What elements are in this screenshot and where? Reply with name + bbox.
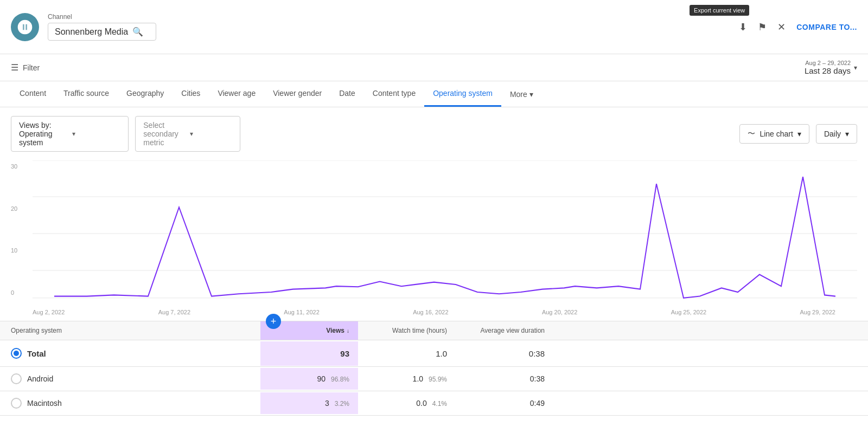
y-label-30: 30 [11,163,33,170]
flag-icon: ⚑ [758,22,767,33]
td-watch-time-android: 1.0 95.9% [358,368,456,390]
channel-logo [11,13,39,41]
date-range-sub: Aug 2 – 29, 2022 [805,60,851,66]
line-chart-icon: 〜 [748,129,755,139]
td-views-android-pct: 96.8% [331,376,349,383]
close-button[interactable]: ✕ [775,19,788,35]
table-row-total: Total 93 1.0 0:38 [0,340,868,367]
td-os-total: Total [0,340,260,366]
export-tooltip: Export current view [690,5,749,16]
sort-icon: ↓ [347,328,349,334]
filter-icon: ☰ [11,62,18,73]
tab-date[interactable]: Date [330,81,364,107]
date-range-chevron-icon: ▾ [854,64,857,72]
td-avg-duration-total: 0:38 [456,341,553,366]
data-table: Operating system Views ↓ Watch time (hou… [0,321,868,416]
x-label-aug7: Aug 7, 2022 [158,309,190,315]
download-button[interactable]: ⬇ Export current view [737,19,749,35]
filter-left: ☰ Filter [11,62,40,73]
td-os-macintosh: Macintosh [0,391,260,415]
header-right: ⬇ Export current view ⚑ ✕ COMPARE TO... [737,19,857,35]
tab-geography[interactable]: Geography [118,81,173,107]
tab-viewer-gender[interactable]: Viewer gender [264,81,330,107]
x-label-aug2: Aug 2, 2022 [33,309,65,315]
interval-select[interactable]: Daily ▾ [816,124,857,144]
youtube-studio-icon [16,18,34,36]
y-label-20: 20 [11,205,33,212]
td-views-macintosh-pct: 3.2% [335,400,349,408]
th-avg-duration: Average view duration [456,321,553,340]
chart-area: 30 20 10 0 Aug 2, 2022 [0,160,868,321]
channel-info: Channel Sonnenberg Media 🔍 [48,13,156,41]
table-header: Operating system Views ↓ Watch time (hou… [0,321,868,340]
th-os: Operating system [0,321,260,340]
td-avg-duration-android: 0:38 [456,368,553,390]
secondary-metric-select[interactable]: Select secondary metric ▾ [135,116,240,152]
filter-label: Filter [23,63,40,72]
x-label-aug25: Aug 25, 2022 [671,309,706,315]
controls-right: 〜 Line chart ▾ Daily ▾ [739,124,857,144]
td-watch-time-macintosh-pct: 4.1% [432,400,447,408]
channel-label: Channel [48,13,156,21]
th-watch-time: Watch time (hours) [358,321,456,340]
td-views-android: 90 96.8% [260,368,358,390]
interval-caret-icon: ▾ [845,130,849,138]
radio-macintosh[interactable] [11,398,22,409]
table-row-android: Android 90 96.8% 1.0 95.9% 0:38 [0,367,868,391]
tab-cities[interactable]: Cities [173,81,209,107]
flag-button[interactable]: ⚑ [756,19,769,35]
svg-chart-container [33,160,857,307]
y-axis: 30 20 10 0 [11,160,33,307]
x-axis-labels: Aug 2, 2022 Aug 7, 2022 Aug 11, 2022 Aug… [11,307,857,315]
channel-name: Sonnenberg Media [55,27,128,37]
add-metric-button[interactable]: + [266,314,281,329]
controls-left: Views by: Operating system ▾ Select seco… [11,116,240,152]
primary-metric-label: Views by: Operating system [19,121,68,147]
header-left: Channel Sonnenberg Media 🔍 [11,13,156,41]
chart-type-caret-icon: ▾ [797,130,801,138]
x-label-aug16: Aug 16, 2022 [413,309,448,315]
more-chevron-icon: ▾ [529,90,533,99]
date-range-main: Last 28 days [805,66,851,75]
x-label-aug11: Aug 11, 2022 [284,309,319,315]
primary-metric-select[interactable]: Views by: Operating system ▾ [11,116,129,152]
channel-search-icon[interactable]: 🔍 [132,27,143,37]
close-icon: ✕ [777,22,786,33]
td-watch-time-android-pct: 95.9% [429,376,447,383]
y-label-10: 10 [11,247,33,254]
y-label-0: 0 [11,289,33,296]
radio-total[interactable] [11,348,22,359]
secondary-metric-caret-icon: ▾ [190,130,232,138]
radio-android[interactable] [11,373,22,384]
td-views-macintosh: 3 3.2% [260,392,358,414]
chart-container: 30 20 10 0 [11,160,857,307]
x-label-aug29: Aug 29, 2022 [800,309,835,315]
tab-content[interactable]: Content [11,81,55,107]
secondary-metric-label: Select secondary metric [143,121,186,147]
tab-content-type[interactable]: Content type [364,81,424,107]
tabs-bar: Content Traffic source Geography Cities … [0,81,868,107]
x-label-aug20: Aug 20, 2022 [542,309,577,315]
header-icons: ⬇ Export current view ⚑ ✕ [737,19,788,35]
td-views-total: 93 [260,341,358,366]
table-row-macintosh: Macintosh 3 3.2% 0.0 4.1% 0:49 [0,391,868,416]
td-watch-time-total: 1.0 [358,341,456,366]
header: Channel Sonnenberg Media 🔍 ⬇ Export curr… [0,0,868,54]
controls-bar: Views by: Operating system ▾ Select seco… [0,107,868,160]
tab-viewer-age[interactable]: Viewer age [209,81,264,107]
tab-traffic-source[interactable]: Traffic source [55,81,118,107]
compare-to-button[interactable]: COMPARE TO... [796,23,857,31]
tab-more[interactable]: More ▾ [501,82,542,106]
filter-bar: ☰ Filter Aug 2 – 29, 2022 Last 28 days ▾ [0,54,868,81]
line-chart-svg [33,160,857,307]
chart-type-label: Line chart [760,130,793,138]
date-range-selector[interactable]: Aug 2 – 29, 2022 Last 28 days ▾ [805,60,857,75]
td-watch-time-macintosh: 0.0 4.1% [358,392,456,414]
channel-name-box[interactable]: Sonnenberg Media 🔍 [48,23,156,41]
chart-type-select[interactable]: 〜 Line chart ▾ [739,124,809,144]
td-os-android: Android [0,367,260,391]
primary-metric-caret-icon: ▾ [72,130,121,138]
tab-operating-system[interactable]: Operating system [424,81,501,107]
td-avg-duration-macintosh: 0:49 [456,392,553,414]
date-range-text: Aug 2 – 29, 2022 Last 28 days [805,60,851,75]
